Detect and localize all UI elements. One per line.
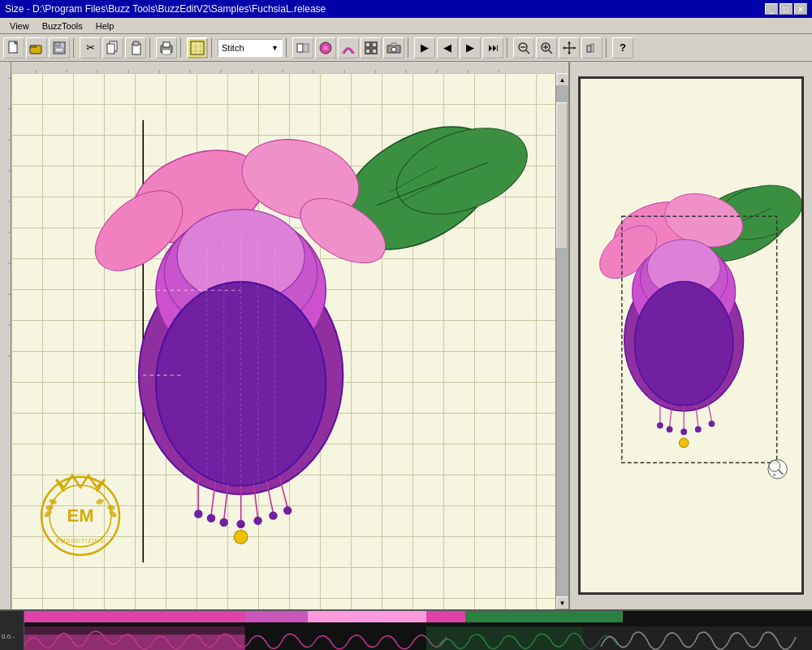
v-scrollbar: ▲ ▼ [555, 73, 568, 609]
timeline-area: 0.0 - 0.0 - [0, 609, 812, 650]
svg-point-95 [219, 518, 227, 526]
tb-new-button[interactable] [3, 37, 24, 58]
tb-cut-button[interactable]: ✂ [80, 37, 101, 58]
toolbar-separator-8 [606, 38, 609, 58]
canvas-wrapper: EM EMDIGITIZING ◀ ▶ ▲ [11, 62, 568, 609]
svg-point-128 [680, 428, 687, 435]
tl-waveform-content [24, 622, 812, 650]
tb-btn-a[interactable] [292, 37, 313, 58]
svg-rect-24 [365, 49, 370, 54]
svg-rect-42 [0, 62, 11, 609]
tb-open-button[interactable] [26, 37, 47, 58]
svg-line-28 [526, 50, 529, 54]
toolbar-separator-7 [507, 38, 510, 58]
svg-rect-11 [163, 42, 170, 47]
svg-point-122 [635, 281, 733, 405]
tl-label-0: 0.0 - [2, 633, 22, 640]
tb-move-button[interactable] [581, 37, 603, 58]
svg-rect-18 [297, 44, 303, 52]
svg-rect-5 [55, 48, 63, 52]
tb-pan-button[interactable] [559, 37, 580, 58]
canvas-area[interactable]: EM EMDIGITIZING [11, 73, 555, 609]
svg-rect-25 [372, 49, 377, 54]
svg-point-91 [194, 509, 202, 518]
svg-point-103 [283, 506, 292, 514]
svg-rect-143 [584, 626, 812, 650]
stitch-dropdown[interactable]: Stitch ▼ [218, 39, 283, 57]
svg-point-21 [323, 46, 328, 50]
tb-snap-button[interactable] [361, 37, 382, 58]
svg-point-97 [236, 520, 244, 528]
tb-zoom-in-button[interactable] [536, 37, 557, 58]
maximize-button[interactable]: □ [780, 3, 793, 15]
tb-zoom-out-button[interactable] [513, 37, 534, 58]
svg-line-31 [549, 50, 552, 54]
menu-buzztools[interactable]: BuzzTools [36, 20, 89, 32]
preview-svg: + [581, 79, 801, 592]
title-text: Size - D:\Program Files\Buzz Tools\BuzzE… [5, 3, 326, 15]
toolbar-separator-5 [286, 38, 289, 58]
tb-copy-button[interactable] [102, 37, 123, 58]
svg-point-93 [207, 514, 215, 522]
tb-step-button[interactable]: ▶ [460, 37, 481, 58]
toolbar-separator-1 [73, 38, 76, 58]
svg-point-133 [679, 438, 689, 448]
v-scroll-track[interactable] [556, 86, 569, 596]
close-button[interactable]: ✕ [794, 3, 807, 15]
svg-marker-39 [573, 46, 576, 50]
main-area: EM EMDIGITIZING ◀ ▶ ▲ [0, 62, 812, 609]
title-bar: Size - D:\Program Files\Buzz Tools\BuzzE… [0, 0, 812, 18]
tb-prev-button[interactable]: ◀ [437, 37, 458, 58]
tb-print-button[interactable] [156, 37, 177, 58]
svg-rect-41 [591, 44, 594, 52]
tb-paste-button[interactable] [125, 37, 146, 58]
svg-rect-40 [587, 46, 591, 52]
tb-help-button[interactable]: ? [612, 37, 633, 58]
v-scroll-up-button[interactable]: ▲ [556, 73, 569, 86]
menu-help[interactable]: Help [89, 20, 121, 32]
svg-point-101 [269, 511, 277, 519]
tb-play-button[interactable]: ▶ [414, 37, 435, 58]
svg-rect-7 [107, 44, 114, 54]
svg-rect-4 [55, 42, 60, 46]
svg-point-104 [234, 530, 248, 544]
tb-save-button[interactable] [49, 37, 70, 58]
svg-rect-22 [365, 42, 370, 47]
tb-last-button[interactable]: ⏭ [482, 37, 503, 58]
color-bar-top [0, 611, 812, 622]
tb-grid-button[interactable] [187, 37, 208, 58]
minimize-button[interactable]: _ [765, 3, 778, 15]
stitch-dropdown-arrow: ▼ [271, 44, 279, 52]
svg-point-135 [768, 460, 787, 479]
menu-bar: View BuzzTools Help [0, 18, 812, 34]
tb-camera-button[interactable] [383, 37, 404, 58]
toolbar: ✂ Stitch ▼ [0, 34, 812, 62]
v-scroll-thumb[interactable] [556, 102, 568, 249]
svg-point-132 [709, 421, 715, 427]
tb-color-button[interactable] [315, 37, 336, 58]
svg-point-124 [657, 422, 663, 429]
svg-marker-36 [568, 41, 571, 44]
svg-rect-9 [133, 41, 139, 46]
canvas-container[interactable]: EM EMDIGITIZING ◀ ▶ [11, 73, 555, 609]
svg-text:+: + [772, 471, 776, 479]
toolbar-separator-6 [408, 38, 411, 58]
toolbar-separator-2 [149, 38, 153, 58]
svg-marker-38 [563, 46, 565, 50]
v-scroll-down-button[interactable]: ▼ [556, 596, 569, 609]
svg-rect-53 [11, 62, 568, 73]
svg-point-99 [253, 517, 261, 525]
svg-point-26 [391, 47, 396, 52]
tb-thread-button[interactable] [338, 37, 359, 58]
toolbar-separator-4 [211, 38, 214, 58]
waveform-area: 0.0 - 0.0 - [0, 622, 812, 650]
svg-rect-23 [372, 42, 377, 47]
svg-point-126 [667, 427, 673, 433]
main-canvas-svg [11, 73, 555, 609]
top-ruler [11, 62, 568, 73]
stitch-dropdown-value: Stitch [222, 43, 244, 53]
menu-view[interactable]: View [3, 20, 36, 32]
svg-rect-19 [303, 44, 309, 52]
tl-labels: 0.0 - 0.0 - [0, 622, 24, 650]
left-ruler [0, 62, 11, 609]
